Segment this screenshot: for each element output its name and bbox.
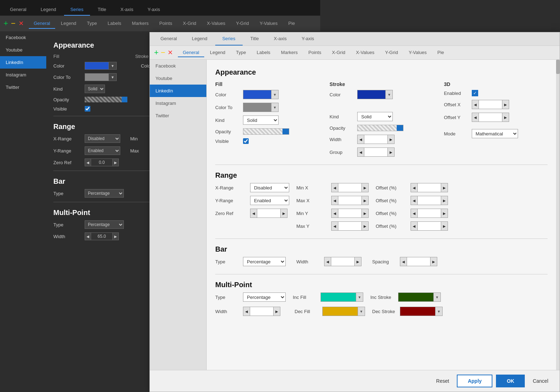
bg-fill-color-btn[interactable]: ▼ [85,62,117,70]
bg-subtab-markers[interactable]: Markers [127,18,154,29]
bg-mp-width-input[interactable] [91,232,112,240]
stroke-group-inc[interactable]: ▶ [387,147,395,157]
d3-offset-y-dec[interactable]: ◀ [472,113,479,122]
modal-subtab-xvalues[interactable]: X-Values [351,48,380,57]
bg-subtab-ygrid[interactable]: Y-Grid [231,18,254,29]
d3-offset-x-dec[interactable]: ◀ [472,100,479,109]
range-offset-3-dec[interactable]: ◀ [411,209,418,218]
range-offset-2-inc[interactable]: ▶ [441,196,448,205]
bg-fill-kind-select[interactable]: Solid [85,85,105,93]
d3-offset-y-inc[interactable]: ▶ [502,113,509,122]
bg-sidebar-facebook[interactable]: Facebook [0,31,46,44]
bg-mp-width-inc[interactable]: ▶ [112,232,119,240]
bar-width-input[interactable]: 65.0 [331,257,354,266]
fill-visible-checkbox[interactable] [243,138,249,144]
modal-tab-xaxis[interactable]: X-axis [267,32,294,45]
mp-width-input[interactable]: 65.0 [250,307,273,316]
bg-xrange-select[interactable]: Disabled [85,134,120,143]
fill-color-to-btn[interactable]: ▼ [243,103,279,112]
bg-sidebar-youtube[interactable]: Youtube [0,44,46,56]
d3-offset-x-inc[interactable]: ▶ [502,100,509,109]
mp-dec-stroke-arrow[interactable]: ▼ [435,307,442,316]
bg-subtab-xvalues[interactable]: X-Values [202,18,231,29]
bg-zeroref-dec[interactable]: ◀ [85,159,91,166]
fill-color-to-arrow[interactable]: ▼ [271,103,278,112]
modal-scrollbar-thumb[interactable] [556,60,560,74]
bg-zeroref-inc[interactable]: ▶ [112,159,119,166]
range-offset-2-input[interactable]: 0.000 [418,196,441,205]
mp-inc-stroke-btn[interactable]: ▼ [398,292,441,302]
bg-tab-title[interactable]: Title [91,4,113,16]
bg-subtab-type[interactable]: Type [82,18,102,29]
modal-sidebar-instagram[interactable]: Instagram [150,97,206,109]
bg-fill-opacity-track[interactable] [85,97,127,102]
mp-dec-fill-arrow[interactable]: ▼ [358,307,365,316]
stroke-color-btn[interactable]: ▼ [357,90,393,99]
bg-mp-width-dec[interactable]: ◀ [85,232,91,240]
range-maxy-input[interactable]: 10.000 [338,221,361,231]
fill-kind-select[interactable]: Solid [243,116,279,125]
modal-tab-legend[interactable]: Legend [185,32,214,45]
modal-delete-icon[interactable]: ✕ [168,49,173,57]
bar-spacing-dec[interactable]: ◀ [400,257,407,266]
bg-mp-type-select[interactable]: Percentage [85,220,124,229]
fill-color-arrow[interactable]: ▼ [271,90,278,99]
bar-type-select[interactable]: Percentage [243,257,286,266]
range-miny-inc[interactable]: ▶ [361,209,369,218]
range-zeroref-input[interactable]: 0.0 [257,209,280,218]
modal-tab-series[interactable]: Series [215,32,243,45]
modal-subtab-legend[interactable]: Legend [205,48,230,57]
bg-subtab-points[interactable]: Points [154,18,177,29]
bg-sidebar-instagram[interactable]: Instagram [0,69,46,81]
modal-subtab-type[interactable]: Type [231,48,251,57]
bg-subtab-labels[interactable]: Labels [103,18,126,29]
bar-width-dec[interactable]: ◀ [324,257,331,266]
bg-tab-xaxis[interactable]: X-axis [114,4,140,16]
range-offset-2-dec[interactable]: ◀ [411,196,418,205]
bar-spacing-inc[interactable]: ▶ [430,257,437,266]
stroke-group-input[interactable]: 0 [364,147,387,157]
range-offset-4-inc[interactable]: ▶ [441,221,448,231]
range-minx-inc[interactable]: ▶ [361,183,369,192]
mp-inc-fill-btn[interactable]: ▼ [321,292,363,302]
range-miny-input[interactable]: 0.000 [338,209,361,218]
bg-subtab-xgrid[interactable]: X-Grid [178,18,201,29]
range-miny-dec[interactable]: ◀ [331,209,338,218]
bg-subtab-yvalues[interactable]: Y-Values [255,18,283,29]
bg-subtab-pie[interactable]: Pie [283,18,300,29]
mp-width-dec[interactable]: ◀ [243,307,250,316]
reset-button[interactable]: Reset [432,376,454,386]
bg-subtab-general[interactable]: General [29,18,55,29]
bg-tab-series[interactable]: Series [64,4,90,16]
mode-select[interactable]: Mathematical Natural Step [472,129,518,138]
modal-add-icon[interactable]: + [154,48,159,57]
d3-offset-x-input[interactable]: 15.0 [479,100,502,109]
modal-scrollbar[interactable] [556,60,560,370]
range-minx-dec[interactable]: ◀ [331,183,338,192]
range-maxx-dec[interactable]: ◀ [331,196,338,205]
modal-sidebar-twitter[interactable]: Twitter [150,109,206,122]
range-zeroref-inc[interactable]: ▶ [280,209,287,218]
range-offset-3-input[interactable]: 0.000 [418,209,441,218]
stroke-width-input[interactable]: 1.0 [364,135,387,144]
apply-button[interactable]: Apply [457,375,492,387]
modal-subtab-yvalues[interactable]: Y-Values [404,48,432,57]
modal-tab-general[interactable]: General [153,32,184,45]
stroke-kind-select[interactable]: Solid [357,112,393,121]
d3-enabled-checkbox[interactable]: ✓ [472,90,478,96]
stroke-width-dec[interactable]: ◀ [357,135,364,144]
stroke-group-dec[interactable]: ◀ [357,147,364,157]
range-minx-input[interactable]: 0.000 [338,183,361,192]
delete-series-icon[interactable]: ✕ [19,20,24,27]
ok-button[interactable]: OK [496,375,525,387]
bg-fill-color-to-btn[interactable]: ▼ [85,73,117,81]
modal-sidebar-facebook[interactable]: Facebook [150,60,206,72]
fill-opacity-slider[interactable] [243,128,289,135]
stroke-opacity-slider[interactable] [357,125,403,131]
bg-zeroref-input[interactable] [91,159,112,166]
add-series-icon[interactable]: + [4,19,8,28]
modal-tab-yaxis[interactable]: Y-axis [295,32,321,45]
bg-tab-general[interactable]: General [4,4,33,16]
mp-type-select[interactable]: Percentage [243,292,286,302]
modal-subtab-xgrid[interactable]: X-Grid [327,48,350,57]
